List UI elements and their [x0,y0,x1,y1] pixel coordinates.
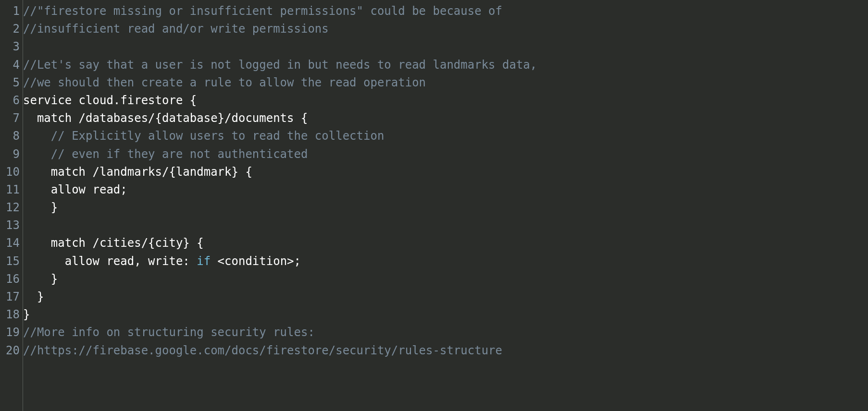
line-number: 1 [0,2,20,20]
line-number: 16 [0,270,20,288]
code-token [23,147,51,161]
code-token: } [23,201,86,214]
code-token [23,129,51,143]
line-number: 19 [0,324,20,341]
code-token: //"firestore missing or insufficient per… [23,4,502,18]
code-line[interactable] [23,217,868,234]
code-line[interactable]: match /cities/{city} { [23,234,868,252]
code-line[interactable]: //insufficient read and/or write permiss… [23,20,868,38]
code-token: } [23,290,44,303]
line-number: 13 [0,217,20,234]
code-token: service cloud.firestore { [23,94,197,107]
line-number: 15 [0,253,20,270]
code-token: //Let's say that a user is not logged in… [23,58,537,72]
code-line[interactable]: allow read, write: if <condition>; [23,253,868,270]
code-line[interactable]: //we should then create a rule to allow … [23,74,868,92]
line-number: 2 [0,20,20,38]
line-number: 3 [0,38,20,56]
code-token: allow read, write: [23,254,197,268]
line-number: 11 [0,181,20,199]
code-line[interactable]: service cloud.firestore { [23,92,868,109]
code-token: match /cities/{city} { [23,236,204,250]
code-token: //we should then create a rule to allow … [23,76,426,89]
code-line[interactable]: match /databases/{database}/documents { [23,109,868,127]
code-token: //More info on structuring security rule… [23,326,315,339]
code-token: <condition>; [211,254,301,268]
code-line[interactable]: } [23,288,868,306]
code-line[interactable]: allow read; [23,181,868,199]
code-line[interactable] [23,38,868,56]
line-number: 6 [0,92,20,109]
code-line[interactable]: // even if they are not authenticated [23,145,868,163]
code-token: // Explicitly allow users to read the co… [51,129,384,143]
code-line[interactable]: //More info on structuring security rule… [23,324,868,341]
code-token: } [23,272,58,286]
line-number: 17 [0,288,20,306]
line-number-gutter: 1234567891011121314151617181920 [0,0,23,411]
code-token: match /databases/{database}/documents { [23,111,308,125]
code-area[interactable]: //"firestore missing or insufficient per… [23,0,868,411]
line-number: 4 [0,56,20,74]
line-number: 12 [0,199,20,217]
code-token: //https://firebase.google.com/docs/fires… [23,344,502,357]
line-number: 14 [0,234,20,252]
code-line[interactable]: match /landmarks/{landmark} { [23,163,868,181]
code-token: //insufficient read and/or write permiss… [23,22,329,36]
code-token: // even if they are not authenticated [51,147,308,161]
code-line[interactable]: } [23,306,868,324]
line-number: 20 [0,342,20,360]
code-editor[interactable]: 1234567891011121314151617181920 //"fires… [0,0,868,411]
line-number: 9 [0,145,20,163]
code-token: match /landmarks/{landmark} { [23,165,252,179]
code-line[interactable]: //https://firebase.google.com/docs/fires… [23,342,868,360]
code-line[interactable]: } [23,270,868,288]
code-token: allow read; [23,183,127,196]
line-number: 5 [0,74,20,92]
line-number: 7 [0,109,20,127]
line-number: 10 [0,163,20,181]
code-token: if [197,254,211,268]
line-number: 8 [0,127,20,145]
code-line[interactable]: //Let's say that a user is not logged in… [23,56,868,74]
line-number: 18 [0,306,20,324]
code-line[interactable]: //"firestore missing or insufficient per… [23,2,868,20]
code-line[interactable]: } [23,199,868,217]
code-line[interactable]: // Explicitly allow users to read the co… [23,127,868,145]
code-token: } [23,308,30,321]
